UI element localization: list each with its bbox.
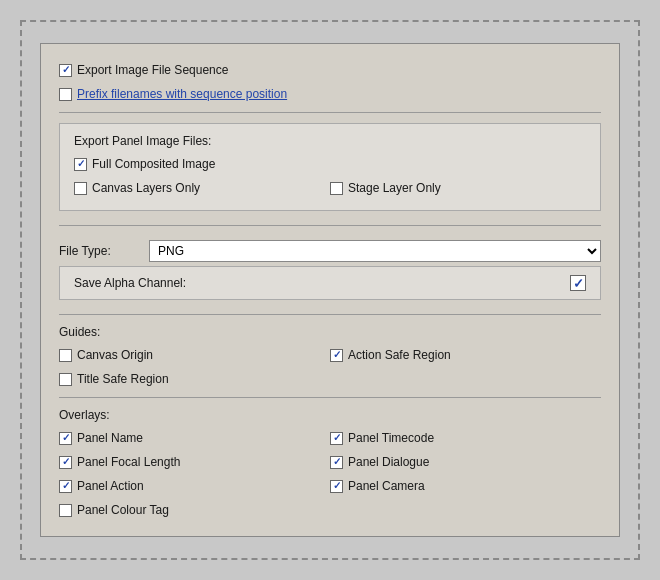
guides-section: Guides: Canvas Origin Title Safe Region — [59, 325, 601, 391]
canvas-origin-row[interactable]: Canvas Origin — [59, 343, 330, 367]
panel-camera-label[interactable]: Panel Camera — [330, 479, 425, 493]
panel-action-text: Panel Action — [77, 479, 144, 493]
export-sequence-checkbox[interactable] — [59, 64, 72, 77]
canvas-layers-text: Canvas Layers Only — [92, 181, 200, 195]
title-safe-text: Title Safe Region — [77, 372, 169, 386]
panel-colour-text: Panel Colour Tag — [77, 503, 169, 517]
file-type-select[interactable]: PNG JPEG TIFF BMP — [149, 240, 601, 262]
action-safe-label[interactable]: Action Safe Region — [330, 348, 451, 362]
overlays-left-col: Panel Name Panel Focal Length Panel Acti… — [59, 426, 330, 522]
export-sequence-text: Export Image File Sequence — [77, 63, 228, 77]
alpha-label: Save Alpha Channel: — [74, 276, 186, 290]
guides-left-col: Canvas Origin Title Safe Region — [59, 343, 330, 391]
canvas-stage-row: Canvas Layers Only Stage Layer Only — [74, 176, 586, 200]
panel-action-label[interactable]: Panel Action — [59, 479, 144, 493]
canvas-layers-checkbox[interactable] — [74, 182, 87, 195]
panel-name-label[interactable]: Panel Name — [59, 431, 143, 445]
panel-camera-text: Panel Camera — [348, 479, 425, 493]
panel-colour-checkbox[interactable] — [59, 504, 72, 517]
panel-action-row[interactable]: Panel Action — [59, 474, 330, 498]
canvas-col: Canvas Layers Only — [74, 176, 330, 200]
panel-focal-label[interactable]: Panel Focal Length — [59, 455, 180, 469]
panel-timecode-text: Panel Timecode — [348, 431, 434, 445]
action-safe-text: Action Safe Region — [348, 348, 451, 362]
panel-name-checkbox[interactable] — [59, 432, 72, 445]
panel-timecode-checkbox[interactable] — [330, 432, 343, 445]
panel-camera-row[interactable]: Panel Camera — [330, 474, 601, 498]
panel-action-checkbox[interactable] — [59, 480, 72, 493]
panel-name-row[interactable]: Panel Name — [59, 426, 330, 450]
alpha-checkbox[interactable] — [570, 275, 586, 291]
canvas-origin-checkbox[interactable] — [59, 349, 72, 362]
title-safe-label[interactable]: Title Safe Region — [59, 372, 169, 386]
panel-dialogue-row[interactable]: Panel Dialogue — [330, 450, 601, 474]
panel-focal-row[interactable]: Panel Focal Length — [59, 450, 330, 474]
canvas-origin-label[interactable]: Canvas Origin — [59, 348, 153, 362]
guides-rows: Canvas Origin Title Safe Region — [59, 343, 601, 391]
canvas-layers-row[interactable]: Canvas Layers Only — [74, 176, 330, 200]
panel-timecode-label[interactable]: Panel Timecode — [330, 431, 434, 445]
panel-focal-text: Panel Focal Length — [77, 455, 180, 469]
panel-dialogue-label[interactable]: Panel Dialogue — [330, 455, 429, 469]
overlays-right-col: Panel Timecode Panel Dialogue Panel Came… — [330, 426, 601, 522]
export-sequence-row[interactable]: Export Image File Sequence — [59, 58, 601, 82]
full-composite-label[interactable]: Full Composited Image — [74, 157, 215, 171]
panel-focal-checkbox[interactable] — [59, 456, 72, 469]
overlays-label: Overlays: — [59, 408, 601, 422]
panel-name-text: Panel Name — [77, 431, 143, 445]
title-safe-checkbox[interactable] — [59, 373, 72, 386]
stage-layer-label[interactable]: Stage Layer Only — [330, 181, 441, 195]
file-type-label: File Type: — [59, 244, 139, 258]
title-safe-row[interactable]: Title Safe Region — [59, 367, 330, 391]
overlays-rows: Panel Name Panel Focal Length Panel Acti… — [59, 426, 601, 522]
guides-right-col: Action Safe Region — [330, 343, 601, 391]
full-composite-text: Full Composited Image — [92, 157, 215, 171]
panel-dialogue-text: Panel Dialogue — [348, 455, 429, 469]
stage-layer-row[interactable]: Stage Layer Only — [330, 176, 586, 200]
panel-colour-label[interactable]: Panel Colour Tag — [59, 503, 169, 517]
full-composite-checkbox[interactable] — [74, 158, 87, 171]
stage-layer-checkbox[interactable] — [330, 182, 343, 195]
canvas-layers-label[interactable]: Canvas Layers Only — [74, 181, 200, 195]
prefix-label[interactable]: Prefix filenames with sequence position — [59, 87, 287, 101]
panel-dialogue-checkbox[interactable] — [330, 456, 343, 469]
stage-layer-text: Stage Layer Only — [348, 181, 441, 195]
action-safe-checkbox[interactable] — [330, 349, 343, 362]
guides-label: Guides: — [59, 325, 601, 339]
action-safe-row[interactable]: Action Safe Region — [330, 343, 601, 367]
panel-timecode-row[interactable]: Panel Timecode — [330, 426, 601, 450]
panel-camera-checkbox[interactable] — [330, 480, 343, 493]
export-panel-label: Export Panel Image Files: — [74, 134, 586, 148]
settings-panel: Export Image File Sequence Prefix filena… — [40, 43, 620, 537]
export-panel-section: Export Panel Image Files: Full Composite… — [59, 123, 601, 211]
prefix-checkbox[interactable] — [59, 88, 72, 101]
panel-colour-row[interactable]: Panel Colour Tag — [59, 498, 330, 522]
prefix-row[interactable]: Prefix filenames with sequence position — [59, 82, 601, 106]
stage-col: Stage Layer Only — [330, 176, 586, 200]
alpha-channel-section: Save Alpha Channel: — [59, 266, 601, 300]
canvas-origin-text: Canvas Origin — [77, 348, 153, 362]
outer-border: Export Image File Sequence Prefix filena… — [20, 20, 640, 560]
overlays-section: Overlays: Panel Name Panel Focal Length — [59, 408, 601, 522]
prefix-text: Prefix filenames with sequence position — [77, 87, 287, 101]
export-sequence-label[interactable]: Export Image File Sequence — [59, 63, 228, 77]
file-type-row: File Type: PNG JPEG TIFF BMP — [59, 232, 601, 266]
full-composite-row[interactable]: Full Composited Image — [74, 152, 586, 176]
